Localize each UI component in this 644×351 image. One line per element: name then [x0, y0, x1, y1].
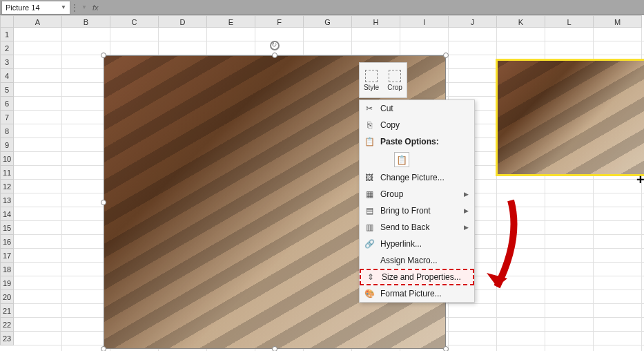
formula-bar[interactable]: ▼ fx [77, 3, 98, 12]
resize-handle[interactable] [443, 53, 449, 58]
row-header[interactable]: 22 [0, 318, 14, 332]
menu-bring-front[interactable]: ▤ Bring to Front ▶ [360, 202, 474, 219]
context-menu: ✂ Cut ⎘ Copy 📋 Paste Options: 📋 🖼 Change… [359, 99, 475, 303]
row-header[interactable]: 3 [0, 55, 14, 69]
menu-label: Change Picture... [380, 173, 445, 182]
row-header[interactable]: 10 [0, 152, 14, 166]
menu-label: Hyperlink... [380, 239, 422, 249]
row-header[interactable]: 5 [0, 83, 14, 97]
macro-icon [364, 255, 375, 266]
menu-paste-picture[interactable]: 📋 [360, 150, 474, 169]
resize-handle[interactable] [443, 346, 449, 351]
row-header[interactable]: 20 [0, 290, 14, 304]
row-header[interactable]: 6 [0, 97, 14, 111]
picture-style-icon [365, 70, 378, 82]
row-header[interactable]: 19 [0, 276, 14, 290]
row-header[interactable]: 8 [0, 124, 14, 138]
row-header[interactable]: 21 [0, 304, 14, 318]
col-header[interactable]: H [352, 15, 400, 28]
col-header[interactable]: G [304, 15, 352, 28]
row-header[interactable]: 12 [0, 180, 14, 193]
col-header[interactable]: E [207, 15, 255, 28]
picture-content [498, 61, 644, 174]
menu-group[interactable]: ▦ Group ▶ [360, 186, 474, 202]
menu-size-properties[interactable]: ⇕ Size and Properties... [360, 269, 474, 285]
menu-label: Copy [380, 120, 400, 130]
group-icon: ▦ [364, 189, 375, 200]
hyperlink-icon: 🔗 [364, 238, 375, 249]
resize-handle[interactable] [272, 53, 277, 58]
row-header[interactable]: 1 [0, 28, 14, 41]
send-back-icon: ▥ [364, 222, 375, 233]
grid-area[interactable]: Style Crop ✂ Cut ⎘ Copy 📋 Paste Options:… [14, 28, 644, 351]
col-header[interactable]: A [14, 15, 62, 28]
dropdown-icon[interactable]: ▼ [61, 4, 66, 10]
menu-label: Cut [380, 104, 393, 113]
scissors-icon: ✂ [364, 103, 375, 114]
col-header[interactable]: M [594, 15, 642, 28]
menu-change-picture[interactable]: 🖼 Change Picture... [360, 169, 474, 186]
col-header[interactable]: C [110, 15, 159, 28]
row-header[interactable]: 7 [0, 111, 14, 124]
crop-button[interactable]: Crop [383, 63, 407, 97]
col-header[interactable]: F [255, 15, 304, 28]
row-header[interactable]: 9 [0, 138, 14, 152]
row-header[interactable]: 23 [0, 332, 14, 345]
row-headers: 1 2 3 4 5 6 7 8 9 10 11 12 13 14 15 16 1… [0, 28, 14, 345]
row-header[interactable]: 17 [0, 249, 14, 263]
resize-handle[interactable] [101, 200, 106, 205]
menu-label: Paste Options: [380, 137, 439, 146]
crop-icon [389, 70, 401, 82]
menu-send-back[interactable]: ▥ Send to Back ▶ [360, 219, 474, 236]
col-header[interactable]: I [400, 15, 449, 28]
row-header[interactable]: 2 [0, 41, 14, 55]
name-box[interactable]: Picture 14 ▼ [1, 1, 70, 15]
col-header[interactable]: K [497, 15, 545, 28]
menu-assign-macro[interactable]: Assign Macro... [360, 252, 474, 269]
menu-cut[interactable]: ✂ Cut [360, 100, 474, 117]
change-picture-icon: 🖼 [364, 172, 375, 183]
col-header[interactable]: L [545, 15, 594, 28]
copy-icon: ⎘ [364, 120, 375, 131]
worksheet: A B C D E F G H I J K L M 1 2 3 4 5 6 7 … [0, 15, 644, 351]
resize-handle[interactable] [101, 53, 106, 58]
row-header[interactable]: 13 [0, 193, 14, 207]
rotate-handle[interactable] [270, 41, 280, 50]
menu-copy[interactable]: ⎘ Copy [360, 117, 474, 133]
row-header[interactable]: 16 [0, 235, 14, 249]
annotation-arrow [483, 197, 525, 307]
style-button[interactable]: Style [360, 63, 383, 97]
row-header[interactable]: 14 [0, 207, 14, 221]
menu-label: Size and Properties... [382, 272, 461, 282]
paste-picture-icon: 📋 [394, 152, 409, 167]
menu-label: Bring to Front [380, 206, 431, 216]
fx-label: fx [92, 3, 99, 12]
menu-label: Assign Macro... [380, 256, 438, 265]
col-header[interactable]: D [159, 15, 207, 28]
style-label: Style [364, 84, 379, 91]
resize-handle[interactable] [272, 346, 277, 351]
thumbnail-picture[interactable] [496, 59, 644, 176]
row-header[interactable]: 4 [0, 69, 14, 83]
col-header[interactable]: B [62, 15, 110, 28]
column-headers: A B C D E F G H I J K L M [14, 15, 642, 28]
bring-front-icon: ▤ [364, 205, 375, 216]
select-all-corner[interactable] [0, 15, 14, 28]
menu-format-picture[interactable]: 🎨 Format Picture... [360, 285, 474, 302]
menu-label: Send to Back [380, 222, 429, 232]
menu-hyperlink[interactable]: 🔗 Hyperlink... [360, 236, 474, 252]
chevron-down-icon[interactable]: ▼ [81, 4, 87, 10]
row-header[interactable]: 18 [0, 263, 14, 276]
crosshair-cursor-icon: + [636, 173, 644, 187]
col-header[interactable]: J [449, 15, 497, 28]
format-picture-icon: 🎨 [364, 288, 375, 299]
resize-handle[interactable] [101, 346, 106, 351]
submenu-arrow-icon: ▶ [464, 207, 469, 214]
submenu-arrow-icon: ▶ [464, 191, 469, 198]
row-header[interactable]: 15 [0, 221, 14, 235]
size-properties-icon: ⇕ [365, 272, 376, 283]
name-box-value: Picture 14 [6, 3, 40, 12]
divider: ⋮ [70, 3, 77, 12]
row-header[interactable]: 11 [0, 166, 14, 180]
menu-label: Format Picture... [380, 289, 442, 298]
